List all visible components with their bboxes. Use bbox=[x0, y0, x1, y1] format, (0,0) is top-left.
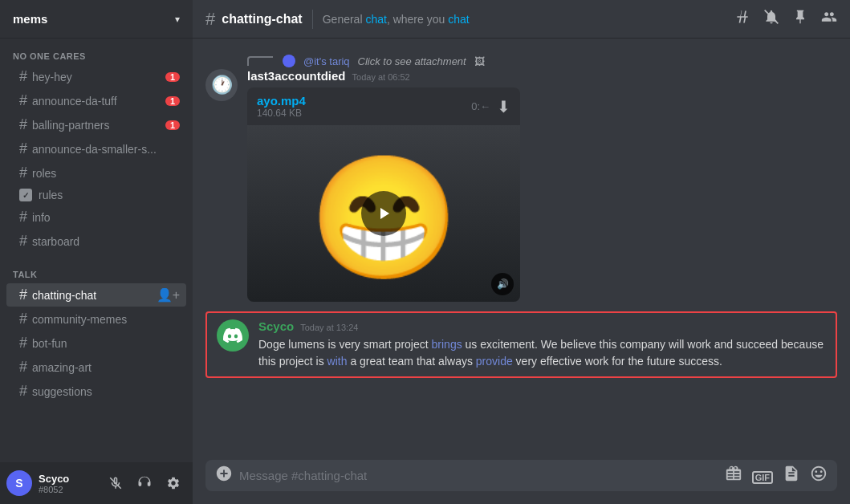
channel-hash-icon: # bbox=[205, 9, 215, 30]
hash-icon: # bbox=[19, 209, 27, 226]
attachment-icon: 🖼 bbox=[474, 55, 485, 67]
download-icon[interactable]: ⬇ bbox=[497, 97, 510, 116]
file-icon[interactable] bbox=[783, 465, 800, 486]
hashtag-icon[interactable] bbox=[734, 9, 750, 29]
volume-icon[interactable]: 🔊 bbox=[491, 273, 514, 295]
user-controls bbox=[103, 470, 186, 496]
sidebar-item-rules[interactable]: rules bbox=[6, 185, 186, 205]
sidebar-item-suggestions[interactable]: # suggestions bbox=[6, 380, 186, 403]
gift-icon[interactable] bbox=[725, 465, 742, 486]
hash-icon: # bbox=[19, 233, 27, 250]
sidebar-item-announce-da-tuff[interactable]: # announce-da-tuff 1 bbox=[6, 89, 186, 112]
bell-mute-icon[interactable] bbox=[763, 9, 779, 29]
sidebar-item-starboard[interactable]: # starboard bbox=[6, 230, 186, 253]
video-thumbnail[interactable]: 😁 🔊 bbox=[247, 125, 520, 302]
hash-icon: # bbox=[19, 116, 27, 133]
message-input-area: GIF bbox=[193, 460, 850, 504]
message-highlighted: Scyco Today at 13:24 Doge lumens is very… bbox=[205, 311, 837, 378]
video-controls-header: 0:← ⬇ bbox=[471, 97, 510, 116]
message-username: last3accountdied bbox=[247, 69, 346, 83]
sidebar-item-bot-fun[interactable]: # bot-fun bbox=[6, 331, 186, 355]
message-timestamp: Today at 06:52 bbox=[352, 72, 410, 82]
user-area: S Scyco #8052 bbox=[0, 462, 193, 504]
channel-name: bot-fun bbox=[32, 337, 180, 350]
pin-icon[interactable] bbox=[792, 9, 808, 29]
message-avatar-discord bbox=[217, 319, 249, 352]
headphones-button[interactable] bbox=[132, 470, 157, 496]
sidebar: mems ▾ NO ONE CARES # hey-hey 1 # announ… bbox=[0, 0, 193, 504]
unread-badge: 1 bbox=[165, 72, 180, 82]
message-text: Doge lumens is very smart project brings… bbox=[258, 336, 826, 370]
hash-icon: # bbox=[19, 165, 27, 181]
channel-name: amazing-art bbox=[32, 361, 180, 374]
play-button[interactable] bbox=[361, 191, 406, 236]
message-input[interactable] bbox=[239, 460, 725, 491]
sidebar-item-roles[interactable]: # roles bbox=[6, 161, 186, 185]
channel-header-name: chatting-chat bbox=[222, 12, 302, 26]
add-attachment-button[interactable] bbox=[215, 465, 233, 487]
hash-icon: # bbox=[19, 311, 27, 327]
channel-name: info bbox=[32, 211, 180, 224]
messages-area: @it's tariq Click to see attachment 🖼 🕐 … bbox=[193, 39, 850, 460]
channel-name: rules bbox=[39, 189, 180, 201]
video-filesize: 140.64 KB bbox=[257, 108, 306, 119]
sidebar-channels: NO ONE CARES # hey-hey 1 # announce-da-t… bbox=[0, 39, 193, 462]
channel-name: hey-hey bbox=[32, 71, 165, 83]
channel-name: chatting-chat bbox=[32, 289, 157, 302]
add-member-icon[interactable]: 👤+ bbox=[157, 287, 180, 303]
reply-mention[interactable]: @it's tariq bbox=[303, 55, 350, 67]
channel-section-no-one-cares: NO ONE CARES # hey-hey 1 # announce-da-t… bbox=[0, 39, 193, 257]
channel-name: announce-da-smaller-s... bbox=[32, 143, 180, 156]
hash-icon: # bbox=[19, 335, 27, 352]
video-info: ayo.mp4 140.64 KB bbox=[257, 94, 306, 119]
section-label: NO ONE CARES bbox=[0, 51, 193, 64]
channel-name: announce-da-tuff bbox=[32, 95, 165, 108]
hash-icon: # bbox=[19, 68, 27, 85]
hash-icon: # bbox=[19, 383, 27, 400]
sidebar-item-amazing-art[interactable]: # amazing-art bbox=[6, 356, 186, 379]
video-filename[interactable]: ayo.mp4 bbox=[257, 94, 306, 108]
channel-name: balling-partners bbox=[32, 119, 165, 132]
emoji-icon[interactable] bbox=[810, 465, 828, 486]
message-content: last3accountdied Today at 06:52 ayo.mp4 … bbox=[247, 69, 837, 302]
server-name: mems bbox=[13, 12, 47, 26]
avatar: S bbox=[6, 470, 32, 496]
gif-button[interactable]: GIF bbox=[752, 466, 773, 485]
hash-icon: # bbox=[19, 287, 27, 303]
gif-badge[interactable]: GIF bbox=[752, 471, 773, 484]
message-input-wrapper: GIF bbox=[205, 460, 837, 491]
video-attachment: ayo.mp4 140.64 KB 0:← ⬇ 😁 bbox=[247, 87, 520, 302]
sidebar-item-announce-da-smaller[interactable]: # announce-da-smaller-s... bbox=[6, 137, 186, 161]
reply-text: Click to see attachment bbox=[358, 55, 466, 67]
highlighted-username: Scyco bbox=[258, 319, 294, 333]
sidebar-item-hey-hey[interactable]: # hey-hey 1 bbox=[6, 65, 186, 88]
mute-mic-button[interactable] bbox=[103, 470, 128, 496]
reply-avatar-small bbox=[283, 55, 295, 67]
checkbox-icon bbox=[19, 189, 32, 201]
channel-topic: General chat, where you chat bbox=[323, 13, 470, 26]
sidebar-item-chatting-chat[interactable]: # chatting-chat 👤+ bbox=[6, 283, 186, 307]
message-highlighted-body: Scyco Today at 13:24 Doge lumens is very… bbox=[258, 319, 826, 370]
members-icon[interactable] bbox=[821, 9, 837, 29]
channel-name: suggestions bbox=[32, 385, 180, 398]
channel-header: # chatting-chat General chat, where you … bbox=[193, 0, 850, 39]
channel-name: roles bbox=[32, 167, 180, 180]
input-icons: GIF bbox=[725, 465, 828, 486]
user-info: Scyco #8052 bbox=[39, 473, 103, 494]
channel-name: starboard bbox=[32, 235, 180, 248]
server-header[interactable]: mems ▾ bbox=[0, 0, 193, 39]
sidebar-item-balling-partners[interactable]: # balling-partners 1 bbox=[6, 113, 186, 136]
unread-badge: 1 bbox=[165, 120, 180, 130]
message-avatar: 🕐 bbox=[205, 69, 238, 101]
sidebar-item-community-memes[interactable]: # community-memes bbox=[6, 307, 186, 331]
header-icons bbox=[734, 9, 837, 29]
settings-button[interactable] bbox=[161, 470, 186, 496]
channel-section-talk: TALK # chatting-chat 👤+ # community-meme… bbox=[0, 257, 193, 407]
sidebar-item-info[interactable]: # info bbox=[6, 205, 186, 229]
video-duration: 0:← bbox=[471, 100, 490, 112]
hash-icon: # bbox=[19, 359, 27, 376]
video-header: ayo.mp4 140.64 KB 0:← ⬇ bbox=[247, 87, 520, 125]
user-tag: #8052 bbox=[39, 485, 103, 494]
highlighted-timestamp: Today at 13:24 bbox=[300, 323, 358, 332]
main-content: # chatting-chat General chat, where you … bbox=[193, 0, 850, 504]
